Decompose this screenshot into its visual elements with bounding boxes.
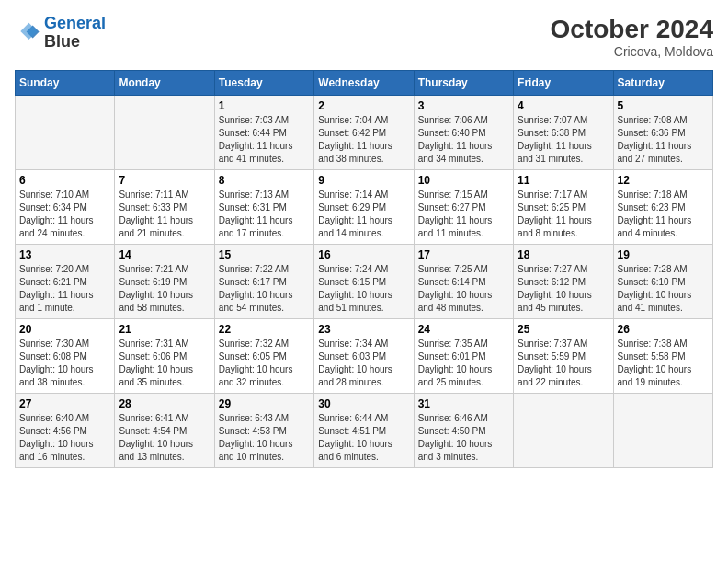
calendar-cell: 29Sunrise: 6:43 AMSunset: 4:53 PMDayligh… [214,394,313,468]
day-number: 15 [219,248,310,261]
day-info: Sunrise: 6:43 AMSunset: 4:53 PMDaylight:… [219,412,310,464]
calendar-cell: 24Sunrise: 7:35 AMSunset: 6:01 PMDayligh… [414,319,513,394]
calendar-cell: 7Sunrise: 7:11 AMSunset: 6:33 PMDaylight… [115,170,214,245]
day-number: 3 [418,99,509,112]
day-number: 24 [418,323,509,336]
logo: General Blue [15,15,106,52]
calendar-cell [613,394,712,468]
dow-header: Monday [115,71,214,96]
day-number: 21 [119,323,210,336]
day-info: Sunrise: 7:15 AMSunset: 6:27 PMDaylight:… [418,189,509,240]
calendar-cell: 26Sunrise: 7:38 AMSunset: 5:58 PMDayligh… [613,319,712,394]
day-info: Sunrise: 7:08 AMSunset: 6:36 PMDaylight:… [618,114,709,166]
calendar-cell: 17Sunrise: 7:25 AMSunset: 6:14 PMDayligh… [414,245,513,319]
location-subtitle: Cricova, Moldova [551,44,713,59]
day-number: 16 [318,248,409,261]
day-info: Sunrise: 7:04 AMSunset: 6:42 PMDaylight:… [318,114,409,166]
day-number: 17 [418,248,509,261]
month-title: October 2024 [551,15,713,44]
day-number: 27 [19,397,110,410]
calendar-cell [514,394,613,468]
calendar-cell: 28Sunrise: 6:41 AMSunset: 4:54 PMDayligh… [115,394,214,468]
calendar-cell: 11Sunrise: 7:17 AMSunset: 6:25 PMDayligh… [514,170,613,245]
day-number: 6 [19,174,110,187]
day-info: Sunrise: 7:13 AMSunset: 6:31 PMDaylight:… [219,189,310,240]
calendar-cell: 10Sunrise: 7:15 AMSunset: 6:27 PMDayligh… [414,170,513,245]
day-number: 10 [418,174,509,187]
calendar-week-row: 13Sunrise: 7:20 AMSunset: 6:21 PMDayligh… [16,245,713,319]
day-info: Sunrise: 7:31 AMSunset: 6:06 PMDaylight:… [119,338,210,389]
dow-header: Friday [514,71,613,96]
day-info: Sunrise: 7:17 AMSunset: 6:25 PMDaylight:… [518,189,609,240]
svg-marker-2 [20,23,37,40]
day-info: Sunrise: 7:32 AMSunset: 6:05 PMDaylight:… [219,338,310,389]
day-number: 7 [119,174,210,187]
day-info: Sunrise: 7:38 AMSunset: 5:58 PMDaylight:… [618,338,709,389]
day-number: 31 [418,397,509,410]
day-info: Sunrise: 6:40 AMSunset: 4:56 PMDaylight:… [19,412,110,464]
day-number: 28 [119,397,210,410]
calendar-cell: 27Sunrise: 6:40 AMSunset: 4:56 PMDayligh… [16,394,115,468]
calendar-cell: 12Sunrise: 7:18 AMSunset: 6:23 PMDayligh… [613,170,712,245]
calendar-body: 1Sunrise: 7:03 AMSunset: 6:44 PMDaylight… [16,96,713,468]
calendar-cell: 6Sunrise: 7:10 AMSunset: 6:34 PMDaylight… [16,170,115,245]
day-info: Sunrise: 7:14 AMSunset: 6:29 PMDaylight:… [318,189,409,240]
calendar-cell: 13Sunrise: 7:20 AMSunset: 6:21 PMDayligh… [16,245,115,319]
day-number: 13 [19,248,110,261]
day-info: Sunrise: 6:44 AMSunset: 4:51 PMDaylight:… [318,412,409,464]
calendar-cell: 9Sunrise: 7:14 AMSunset: 6:29 PMDaylight… [314,170,414,245]
day-info: Sunrise: 7:11 AMSunset: 6:33 PMDaylight:… [119,189,210,240]
day-number: 29 [219,397,310,410]
day-number: 18 [518,248,609,261]
dow-header: Tuesday [214,71,313,96]
day-info: Sunrise: 7:37 AMSunset: 5:59 PMDaylight:… [518,338,609,389]
dow-header: Sunday [16,71,115,96]
calendar-week-row: 20Sunrise: 7:30 AMSunset: 6:08 PMDayligh… [16,319,713,394]
dow-header: Saturday [613,71,712,96]
day-number: 1 [219,99,310,112]
calendar-week-row: 27Sunrise: 6:40 AMSunset: 4:56 PMDayligh… [16,394,713,468]
day-number: 5 [618,99,709,112]
day-number: 8 [219,174,310,187]
day-number: 9 [318,174,409,187]
calendar-cell: 19Sunrise: 7:28 AMSunset: 6:10 PMDayligh… [613,245,712,319]
day-number: 4 [518,99,609,112]
calendar-cell: 8Sunrise: 7:13 AMSunset: 6:31 PMDaylight… [214,170,313,245]
calendar-cell: 30Sunrise: 6:44 AMSunset: 4:51 PMDayligh… [314,394,414,468]
calendar-table: SundayMondayTuesdayWednesdayThursdayFrid… [15,70,713,468]
day-number: 30 [318,397,409,410]
day-info: Sunrise: 7:34 AMSunset: 6:03 PMDaylight:… [318,338,409,389]
calendar-cell: 16Sunrise: 7:24 AMSunset: 6:15 PMDayligh… [314,245,414,319]
calendar-cell: 31Sunrise: 6:46 AMSunset: 4:50 PMDayligh… [414,394,513,468]
day-info: Sunrise: 7:07 AMSunset: 6:38 PMDaylight:… [518,114,609,166]
day-info: Sunrise: 7:18 AMSunset: 6:23 PMDaylight:… [618,189,709,240]
calendar-cell: 23Sunrise: 7:34 AMSunset: 6:03 PMDayligh… [314,319,414,394]
calendar-cell: 18Sunrise: 7:27 AMSunset: 6:12 PMDayligh… [514,245,613,319]
day-info: Sunrise: 7:28 AMSunset: 6:10 PMDaylight:… [618,263,709,315]
calendar-cell: 4Sunrise: 7:07 AMSunset: 6:38 PMDaylight… [514,96,613,170]
dow-header: Thursday [414,71,513,96]
day-number: 23 [318,323,409,336]
day-info: Sunrise: 7:06 AMSunset: 6:40 PMDaylight:… [418,114,509,166]
calendar-cell: 22Sunrise: 7:32 AMSunset: 6:05 PMDayligh… [214,319,313,394]
calendar-week-row: 1Sunrise: 7:03 AMSunset: 6:44 PMDaylight… [16,96,713,170]
title-block: October 2024 Cricova, Moldova [551,15,713,59]
day-number: 12 [618,174,709,187]
day-info: Sunrise: 7:35 AMSunset: 6:01 PMDaylight:… [418,338,509,389]
page-header: General Blue October 2024 Cricova, Moldo… [15,15,713,59]
calendar-cell: 1Sunrise: 7:03 AMSunset: 6:44 PMDaylight… [214,96,313,170]
logo-text: General Blue [44,15,106,52]
calendar-cell [115,96,214,170]
day-info: Sunrise: 7:30 AMSunset: 6:08 PMDaylight:… [19,338,110,389]
day-info: Sunrise: 7:24 AMSunset: 6:15 PMDaylight:… [318,263,409,315]
days-of-week-row: SundayMondayTuesdayWednesdayThursdayFrid… [16,71,713,96]
day-number: 26 [618,323,709,336]
dow-header: Wednesday [314,71,414,96]
calendar-week-row: 6Sunrise: 7:10 AMSunset: 6:34 PMDaylight… [16,170,713,245]
day-number: 25 [518,323,609,336]
day-number: 22 [219,323,310,336]
day-info: Sunrise: 6:41 AMSunset: 4:54 PMDaylight:… [119,412,210,464]
day-info: Sunrise: 7:22 AMSunset: 6:17 PMDaylight:… [219,263,310,315]
day-info: Sunrise: 7:21 AMSunset: 6:19 PMDaylight:… [119,263,210,315]
day-info: Sunrise: 7:25 AMSunset: 6:14 PMDaylight:… [418,263,509,315]
